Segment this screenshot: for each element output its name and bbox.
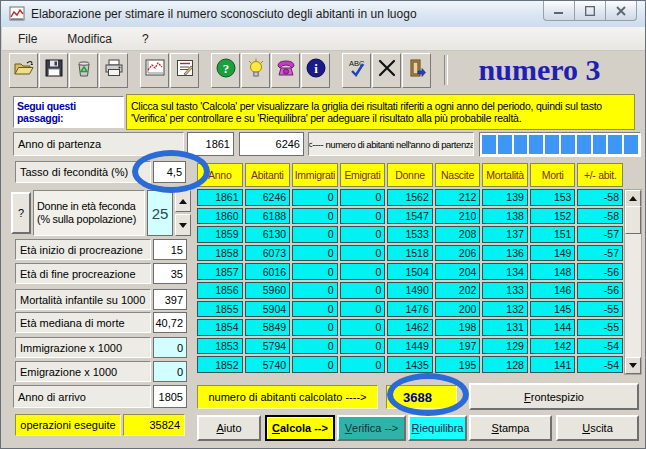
progress-segment <box>498 135 512 154</box>
grid-cell: 1562 <box>387 189 433 206</box>
report-button[interactable] <box>170 53 199 88</box>
grid-cell: 151 <box>530 226 576 243</box>
fertile-women-label-line2: (% sulla popolazione) <box>37 213 136 226</box>
title-bar: Elaborazione per stimare il numero scono… <box>1 1 645 28</box>
print-button[interactable] <box>99 53 128 88</box>
fertility-field[interactable]: 4,5 <box>153 161 186 183</box>
fertile-women-label: Donne in età feconda (% sulla popolazion… <box>33 190 145 236</box>
grid-header-cell: Nascite <box>435 163 481 187</box>
progress-segment <box>482 135 496 154</box>
operations-label: operazioni eseguite <box>15 414 121 436</box>
grid-cell: 1852 <box>197 356 243 373</box>
fertile-women-label-line1: Donne in età feconda <box>37 200 136 213</box>
grid-cell: 153 <box>530 189 576 206</box>
arrow-down-icon <box>179 223 187 228</box>
grid-header-cell: Emigrati <box>340 163 386 187</box>
minimize-button[interactable] <box>543 1 575 21</box>
grid-cell: 1861 <box>197 189 243 206</box>
progress-segment <box>608 135 622 154</box>
info-button[interactable]: i <box>301 53 330 88</box>
spellcheck-icon: ABC <box>347 58 367 82</box>
grid-cell: -56 <box>577 263 623 280</box>
grid-cell: 6188 <box>245 208 291 225</box>
grid-cell: 1435 <box>387 356 433 373</box>
param-field[interactable]: 0 <box>153 361 187 382</box>
svg-text:i: i <box>314 61 318 76</box>
grid-cell: 139 <box>482 189 528 206</box>
grid-cell: 1547 <box>387 208 433 225</box>
close-x-button[interactable] <box>372 53 401 88</box>
scroll-down-button[interactable] <box>625 357 641 374</box>
grid-cell: 5904 <box>245 301 291 318</box>
client-area: Segui questi passaggi: Clicca sul tasto … <box>1 89 646 449</box>
save-button[interactable] <box>39 53 68 88</box>
param-label: Età di fine procreazione <box>15 263 151 284</box>
spinner-down-button[interactable] <box>175 214 191 236</box>
fertility-label: Tasso di fecondità (%) <box>15 161 151 183</box>
results-grid-body: 18616246001562212139153-5818606188001547… <box>197 189 623 373</box>
help-button[interactable]: ? <box>211 53 240 88</box>
stampa-button[interactable]: Stampa <box>469 415 552 441</box>
tip-icon <box>247 58 265 82</box>
scroll-thumb[interactable] <box>625 206 641 234</box>
arrow-up-icon <box>629 196 637 201</box>
param-label: Età inizio di procreazione <box>15 239 151 260</box>
riequilibra-button[interactable]: Riequilibra <box>408 415 467 441</box>
param-field[interactable]: 40,72 <box>153 312 187 333</box>
aiuto-button[interactable]: Aiuto <box>197 415 261 441</box>
grid-cell: 142 <box>530 338 576 355</box>
verifica-button[interactable]: Verifica --> <box>337 415 406 441</box>
grid-cell: 208 <box>435 226 481 243</box>
start-population-field[interactable]: 6246 <box>239 132 304 156</box>
grid-header-cell: Abitanti <box>245 163 291 187</box>
param-field[interactable]: 0 <box>153 337 187 358</box>
exit-button[interactable] <box>402 53 431 88</box>
progress-bar <box>479 132 641 157</box>
arrival-year-label: Anno di arrivo <box>13 385 151 408</box>
maximize-button[interactable] <box>574 1 606 21</box>
chart-icon <box>145 59 165 81</box>
contact-button[interactable] <box>271 53 300 88</box>
grid-cell: 145 <box>530 301 576 318</box>
grid-scrollbar[interactable] <box>624 189 642 375</box>
fertile-women-help-button[interactable]: ? <box>11 192 31 234</box>
spellcheck-button[interactable]: ABC <box>342 53 371 88</box>
tip-button[interactable] <box>241 53 270 88</box>
grid-cell: 1854 <box>197 319 243 336</box>
grid-header-cell: Mortalità <box>482 163 528 187</box>
fertile-women-field[interactable]: 25 <box>147 190 173 236</box>
calculated-population-value: 3688 <box>386 385 457 409</box>
calcola-button[interactable]: Calcola --> <box>265 415 335 441</box>
grid-cell: 1856 <box>197 282 243 299</box>
param-field[interactable]: 35 <box>153 263 187 284</box>
chart-button[interactable] <box>140 53 169 88</box>
menu-item-modifica[interactable]: Modifica <box>63 30 116 48</box>
menu-item-file[interactable]: File <box>14 30 41 48</box>
progress-segment <box>529 135 543 154</box>
grid-cell: 146 <box>530 282 576 299</box>
param-field[interactable]: 397 <box>153 289 187 310</box>
grid-cell: 200 <box>435 301 481 318</box>
close-button[interactable] <box>605 1 637 21</box>
results-grid: AnnoAbitantiImmigratiEmigratiDonneNascit… <box>197 163 623 373</box>
spinner-up-button[interactable] <box>175 190 191 212</box>
info-icon: i <box>306 58 326 82</box>
open-button[interactable] <box>9 53 38 88</box>
grid-cell: 6073 <box>245 245 291 262</box>
param-field[interactable]: 15 <box>153 239 187 260</box>
arrival-year-field[interactable]: 1805 <box>153 385 187 408</box>
start-year-field[interactable]: 1861 <box>187 132 234 156</box>
caption-buttons <box>544 1 637 21</box>
grid-cell: 5794 <box>245 338 291 355</box>
menu-item-[interactable]: ? <box>138 30 153 48</box>
frontespizio-button[interactable]: Frontespizio <box>469 383 639 410</box>
grid-cell: 1504 <box>387 263 433 280</box>
delete-button[interactable] <box>69 53 98 88</box>
start-year-label: Anno di partenza <box>13 132 184 156</box>
uscita-button[interactable]: Uscita <box>556 415 639 441</box>
grid-cell: 0 <box>292 226 338 243</box>
contact-icon <box>276 59 296 81</box>
grid-cell: 0 <box>292 338 338 355</box>
grid-cell: 137 <box>482 226 528 243</box>
scroll-up-button[interactable] <box>625 190 641 207</box>
